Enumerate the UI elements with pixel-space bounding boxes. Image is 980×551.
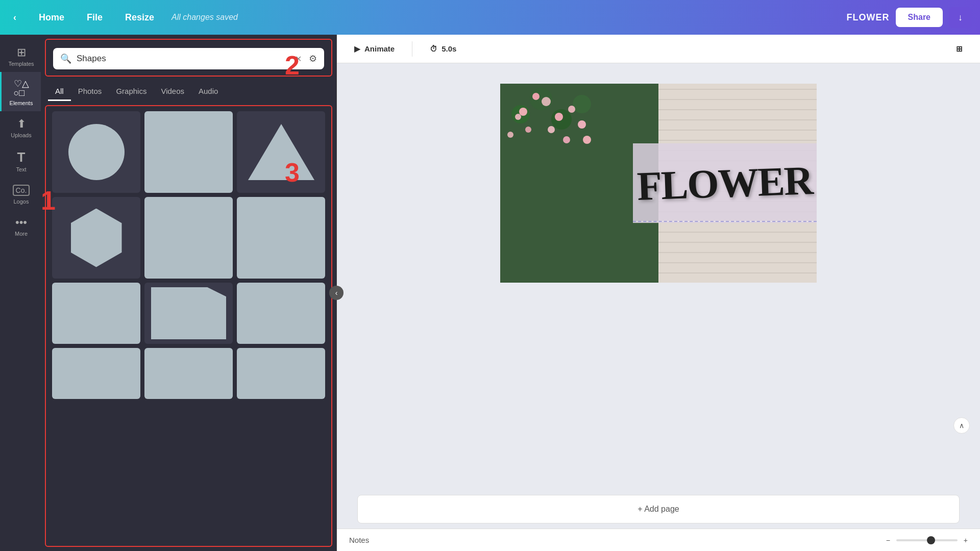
svg-point-16 [563,136,570,143]
header: ‹ Home File Resize All changes saved FLO… [0,0,980,35]
share-button[interactable]: Share [896,8,943,27]
download-button[interactable]: ↓ [949,7,972,28]
canvas-workspace: FLOWER ∧ [337,63,980,495]
zoom-slider[interactable] [896,539,958,541]
shapes-area [45,105,332,547]
main-layout: ⊞ Templates ♡△○□ Elements ⬆ Uploads T Te… [0,35,980,551]
shape-dogear[interactable] [144,283,233,344]
zoom-minus-button[interactable]: − [886,536,890,544]
notes-label: Notes [349,536,369,544]
filter-tabs: All Photos Graphics Videos Audio [41,77,336,101]
search-input[interactable] [77,54,290,64]
animate-button[interactable]: ▶ Animate [347,40,402,58]
notes-bar: Notes − + [337,529,980,551]
duration-button[interactable]: ⏱ 5.0s [423,40,463,57]
shape-rectangle-3[interactable] [237,197,325,279]
shapes-grid [52,111,325,399]
templates-icon: ⊞ [17,47,26,58]
shape-rectangle-1[interactable] [144,111,233,193]
elements-icon: ♡△○□ [14,79,29,97]
filter-tab-videos[interactable]: Videos [154,83,191,101]
svg-point-6 [515,114,521,120]
zoom-thumb [927,536,935,544]
header-left: ‹ Home File Resize All changes saved [8,9,847,26]
svg-point-9 [555,113,563,121]
back-button[interactable]: ‹ [8,9,21,26]
canvas-top-right-tools: ⊞ [949,40,970,58]
project-title: FLOWER [847,12,890,23]
sidebar-item-more[interactable]: ••• More [0,210,41,242]
search-icon: 🔍 [60,53,71,64]
sidebar-item-text[interactable]: T Text [0,143,41,178]
file-button[interactable]: File [82,9,108,26]
svg-point-10 [568,106,575,113]
animate-label: Animate [364,44,395,53]
canvas-text-overlay[interactable]: FLOWER [633,143,817,223]
canvas-toolbar: ▶ Animate ⏱ 5.0s ⊞ [337,35,980,63]
header-right: FLOWER Share ↓ [847,7,972,28]
toolbar-divider [412,41,412,57]
canvas-options-button[interactable]: ⊞ [949,40,970,58]
sidebar-item-templates[interactable]: ⊞ Templates [0,40,41,72]
filter-tab-photos[interactable]: Photos [71,83,109,101]
filter-tab-graphics[interactable]: Graphics [109,83,154,101]
svg-point-13 [548,126,555,133]
scroll-up-button[interactable]: ∧ [953,417,970,434]
add-page-bar[interactable]: + Add page [357,495,960,523]
elements-panel: 🔍 ✕ ⚙ All Photos Graphics Videos Audio [41,35,337,551]
shape-rectangle-5[interactable] [237,283,325,344]
svg-point-11 [578,120,586,129]
search-clear-icon[interactable]: ✕ [295,54,302,64]
svg-point-8 [542,97,551,106]
svg-point-7 [532,93,540,100]
animate-icon: ▶ [354,44,360,54]
sidebar-item-uploads-label: Uploads [11,132,31,138]
svg-point-15 [507,132,513,138]
autosave-status: All changes saved [172,13,238,22]
shape-rectangle-4[interactable] [52,283,140,344]
home-button[interactable]: Home [34,9,69,26]
duration-value: 5.0s [442,44,456,53]
zoom-controls: − + [886,536,968,544]
shape-circle[interactable] [52,111,140,193]
shape-triangle[interactable] [237,111,325,193]
zoom-plus-button[interactable]: + [964,536,968,544]
canvas-area: ▶ Animate ⏱ 5.0s ⊞ [337,35,980,551]
shape-rectangle-2[interactable] [144,197,233,279]
shape-rectangle-8[interactable] [237,348,325,399]
sidebar-item-templates-label: Templates [8,61,34,67]
shape-hexagon[interactable] [52,197,140,279]
svg-point-14 [583,136,591,144]
timer-icon: ⏱ [430,44,437,53]
svg-point-5 [519,108,527,116]
sidebar-item-logos[interactable]: Co. Logos [0,178,41,210]
panel-collapse-button[interactable]: ‹ [329,286,344,300]
canvas-frame[interactable]: FLOWER [500,84,817,283]
sidebar-item-elements[interactable]: ♡△○□ Elements [0,72,41,111]
search-filter-icon[interactable]: ⚙ [309,53,317,64]
sidebar-item-logos-label: Logos [14,198,29,205]
text-icon: T [17,151,26,164]
sidebar-item-uploads[interactable]: ⬆ Uploads [0,111,41,143]
shape-rectangle-7[interactable] [144,348,233,399]
search-box: 🔍 ✕ ⚙ [53,48,324,69]
sidebar: ⊞ Templates ♡△○□ Elements ⬆ Uploads T Te… [0,35,41,551]
svg-point-4 [573,95,591,113]
filter-tab-audio[interactable]: Audio [191,83,225,101]
sidebar-item-elements-label: Elements [10,100,33,106]
logos-icon: Co. [13,185,30,196]
sidebar-item-more-label: More [15,231,28,237]
svg-point-12 [525,127,531,133]
canvas-text-content: FLOWER [636,160,813,207]
sidebar-item-text-label: Text [16,166,26,172]
more-icon: ••• [15,217,27,228]
search-area: 🔍 ✕ ⚙ [45,39,332,77]
resize-button[interactable]: Resize [120,9,159,26]
filter-tab-all[interactable]: All [48,83,71,101]
uploads-icon: ⬆ [17,118,26,130]
shape-rectangle-6[interactable] [52,348,140,399]
selection-indicator [633,221,817,222]
